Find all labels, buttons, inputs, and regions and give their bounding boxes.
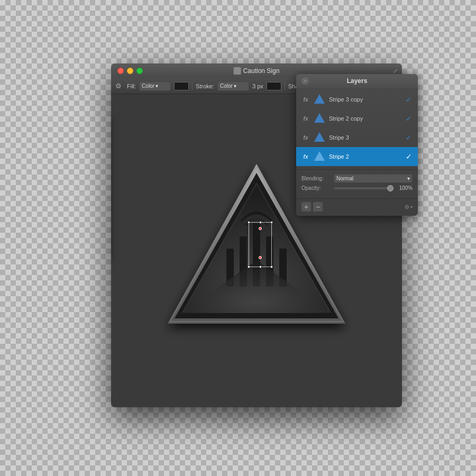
stroke-color-swatch[interactable] bbox=[267, 82, 281, 90]
layer-visibility-stripe2copy[interactable]: ✓ bbox=[405, 115, 413, 122]
separator2 bbox=[285, 82, 285, 90]
close-button[interactable] bbox=[117, 68, 124, 74]
layer-name-stripe3copy: Stripe 3 copy bbox=[329, 96, 402, 103]
layer-fx-badge: fx bbox=[301, 97, 310, 103]
blending-row: Blending: Normal ▾ bbox=[301, 174, 413, 183]
fill-label: Fill: bbox=[127, 83, 136, 89]
blending-label: Blending: bbox=[301, 176, 331, 181]
layer-name-stripe3: Stripe 3 bbox=[329, 134, 402, 141]
layer-item-stripe2copy[interactable]: fx Stripe 2 copy ✓ bbox=[296, 109, 418, 128]
layer-item-stripe3[interactable]: fx Stripe 3 ✓ bbox=[296, 128, 418, 147]
fill-dropdown[interactable]: Color ▾ bbox=[139, 81, 171, 91]
layers-panel: × Layers fx Stripe 3 copy ✓ fx Str bbox=[296, 74, 418, 216]
layer-name-stripe2copy: Stripe 2 copy bbox=[329, 115, 402, 122]
opacity-slider-handle[interactable] bbox=[387, 185, 393, 191]
layer-name-stripe2: Stripe 2 bbox=[329, 153, 402, 160]
svg-marker-13 bbox=[314, 132, 325, 142]
layers-header: × Layers bbox=[296, 74, 418, 88]
window-title: Caution Sign bbox=[234, 67, 280, 75]
svg-marker-11 bbox=[314, 94, 325, 104]
opacity-row: Opacity: 100% bbox=[301, 185, 413, 191]
stroke-size-label: 3 px bbox=[252, 83, 263, 89]
remove-layer-button[interactable]: − bbox=[313, 202, 323, 212]
document-icon bbox=[234, 67, 241, 75]
svg-marker-12 bbox=[314, 113, 325, 123]
fill-color-swatch[interactable] bbox=[174, 82, 189, 90]
traffic-lights bbox=[117, 68, 143, 74]
layers-controls: Blending: Normal ▾ Opacity: 100% bbox=[296, 171, 418, 197]
maximize-button[interactable] bbox=[136, 68, 143, 74]
layer-item-stripe2[interactable]: fx Stripe 2 ✓ bbox=[296, 147, 418, 166]
layers-divider bbox=[296, 169, 418, 170]
layers-divider2 bbox=[296, 198, 418, 199]
layer-item-stripe3copy[interactable]: fx Stripe 3 copy ✓ bbox=[296, 90, 418, 109]
layer-thumbnail-stripe2 bbox=[313, 150, 326, 163]
minimize-button[interactable] bbox=[127, 68, 133, 74]
add-layer-button[interactable]: + bbox=[301, 202, 311, 212]
separator bbox=[192, 82, 193, 90]
layers-title: Layers bbox=[309, 77, 405, 85]
layer-visibility-stripe3copy[interactable]: ✓ bbox=[405, 96, 413, 103]
expand-button[interactable]: ⤢ bbox=[393, 68, 398, 75]
layers-list: fx Stripe 3 copy ✓ fx Stripe 2 copy ✓ fx bbox=[296, 88, 418, 168]
layer-fx-badge-active: fx bbox=[301, 154, 310, 160]
layers-close-button[interactable]: × bbox=[301, 77, 309, 85]
layer-fx-badge: fx bbox=[301, 135, 310, 141]
gear-icon[interactable]: ⚙ bbox=[115, 82, 124, 90]
layer-visibility-stripe2[interactable]: ✓ bbox=[405, 153, 413, 160]
svg-marker-14 bbox=[314, 151, 325, 161]
opacity-value: 100% bbox=[397, 185, 413, 191]
app-container: Caution Sign ⤢ ⚙ Fill: Color ▾ Stroke: C… bbox=[58, 48, 418, 428]
layer-thumbnail-stripe3 bbox=[313, 131, 326, 144]
stroke-label: Stroke: bbox=[196, 83, 214, 89]
stroke-dropdown[interactable]: Color ▾ bbox=[217, 81, 249, 91]
layer-thumbnail-stripe2copy bbox=[313, 112, 326, 125]
layers-gear-button[interactable]: ⚙ ▾ bbox=[405, 204, 413, 210]
blending-dropdown[interactable]: Normal ▾ bbox=[334, 174, 413, 183]
layer-fx-badge: fx bbox=[301, 116, 310, 122]
opacity-slider[interactable] bbox=[334, 187, 393, 189]
layer-thumbnail-stripe3copy bbox=[313, 93, 326, 106]
layers-footer: + − ⚙ ▾ bbox=[296, 200, 418, 216]
layer-visibility-stripe3[interactable]: ✓ bbox=[405, 134, 413, 141]
opacity-label: Opacity: bbox=[301, 185, 331, 191]
